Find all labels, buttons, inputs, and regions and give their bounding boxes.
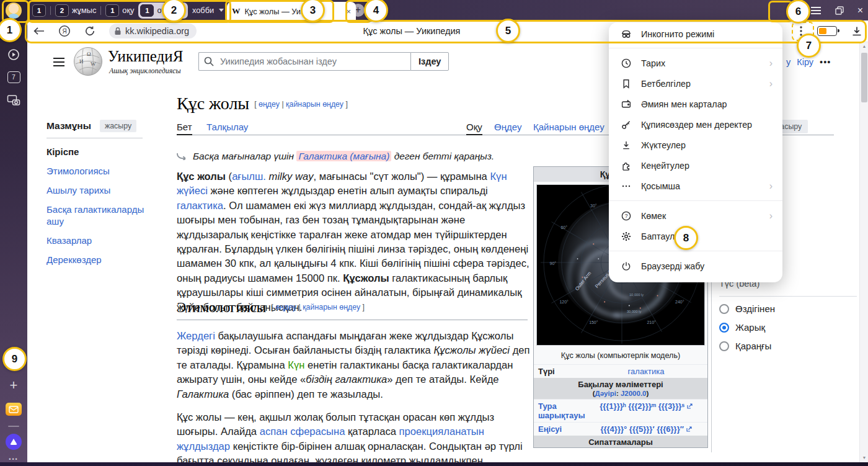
menu-item-wallet[interactable]: Әмиян мен карталар: [609, 94, 782, 114]
ellipsis-icon: [621, 181, 632, 192]
menu-item-close-browser[interactable]: Браузерді жабу: [609, 256, 782, 276]
title-edit-links[interactable]: [ өңдеу | қайнарын өңдеу ]: [254, 100, 348, 109]
menu-item-more[interactable]: Қосымша›: [609, 176, 782, 196]
image-caption: Құс жолы (компьютерлік модель): [534, 348, 707, 364]
tab-group-1[interactable]: 1: [32, 4, 46, 17]
play-media-icon[interactable]: [0, 48, 27, 61]
ra-label[interactable]: Тура шарықтауы: [534, 400, 585, 422]
menu-item-bookmarks[interactable]: Бетбелгілер›: [609, 73, 782, 94]
chevron-right-icon: ›: [769, 58, 773, 68]
user-more-icon[interactable]: •••: [820, 57, 831, 67]
scroll-up-icon[interactable]: ▲: [860, 44, 868, 48]
menu-item-passwords[interactable]: Құпиясөздер мен деректер: [609, 114, 782, 135]
toc-item-intro[interactable]: Кіріспе: [46, 146, 151, 158]
tab-read[interactable]: Оқу: [466, 122, 482, 135]
yandex-services-icon[interactable]: Я: [58, 25, 71, 37]
url-text: kk.wikipedia.org: [125, 26, 189, 36]
tab-group-work[interactable]: 2 жұмыс: [55, 4, 96, 17]
infobox-type-value[interactable]: галактика: [628, 367, 665, 376]
radio-icon[interactable]: [719, 341, 729, 351]
tab-group-study[interactable]: 1 оқу: [105, 4, 134, 17]
left-sidebar: 7 + •••: [0, 0, 27, 466]
menu-item-downloads[interactable]: Жүктеулер: [609, 135, 782, 155]
restore-window-icon[interactable]: [835, 6, 844, 15]
radio-icon[interactable]: [719, 304, 729, 314]
search-button[interactable]: Іздеу: [410, 52, 449, 71]
redirect-arrow-icon: [177, 153, 188, 160]
battery-saver-icon[interactable]: [817, 26, 837, 36]
login-link[interactable]: Кіру: [797, 57, 813, 67]
section-edit-links[interactable]: [ өңдеу | қайнарын өңдеу ]: [271, 303, 365, 311]
profile-avatar[interactable]: [6, 2, 22, 19]
back-icon[interactable]: [33, 27, 45, 35]
yandex-mail-icon[interactable]: [6, 403, 22, 416]
svg-text:И: И: [79, 58, 84, 65]
sidebar-more-icon[interactable]: •••: [0, 456, 27, 462]
external-link-icon: [687, 403, 693, 409]
chevron-right-icon: ›: [769, 79, 773, 89]
reload-icon[interactable]: [84, 25, 95, 37]
menu-item-incognito[interactable]: Инкогнито режимі: [609, 25, 782, 43]
page-scrollbar[interactable]: ▲ ▼: [859, 42, 868, 466]
infobox-type-label: Түрі: [534, 365, 585, 378]
svg-text:30°: 30°: [590, 204, 597, 208]
tab-counter-icon[interactable]: 7: [0, 71, 27, 83]
incognito-icon: [621, 29, 632, 40]
wikipedia-logo[interactable]: Ω И W: [73, 47, 103, 76]
radio-checked-icon[interactable]: [719, 323, 729, 333]
tab-edit-source[interactable]: Қайнарын өңдеу: [533, 122, 604, 134]
toc-hide-button[interactable]: жасыру: [100, 120, 136, 132]
tab-title: Құс жолы — Уик: [245, 7, 304, 16]
tab-page[interactable]: Бет: [177, 122, 192, 135]
menu-item-extensions[interactable]: Кеңейтулер: [609, 155, 782, 176]
svg-text:30,000 ly: 30,000 ly: [627, 310, 641, 313]
dec-label[interactable]: Еңісуі: [534, 423, 585, 436]
svg-text:10,000 ly: 10,000 ly: [629, 293, 644, 297]
wikipedia-wordmark: УикипедиЯ: [108, 48, 183, 65]
search-icon: [204, 56, 214, 66]
toc-item-etymology[interactable]: Этимологиясы: [46, 165, 151, 177]
chevron-right-icon: ›: [769, 211, 773, 221]
toc-item-quasars[interactable]: Квазарлар: [46, 235, 151, 246]
observation-header: Бақылау мәліметтері: [534, 378, 707, 390]
screenshot-icon[interactable]: [0, 94, 27, 106]
tab-close-icon[interactable]: ×: [346, 7, 351, 16]
menu-item-help[interactable]: ? Көмек›: [609, 205, 782, 226]
window-bottom-edge: [0, 462, 868, 466]
active-tab[interactable]: W Құс жолы — Уик ×: [227, 2, 356, 20]
add-panel-icon[interactable]: +: [0, 377, 27, 393]
etymology-heading: Этимологиясы[ өңдеу | қайнарын өңдеу ]: [177, 300, 528, 320]
callout-9: 9: [2, 347, 27, 371]
scroll-down-icon[interactable]: ▼: [860, 455, 868, 460]
table-of-contents: Мазмұны жасыру Кіріспе Этимологиясы Ашыл…: [46, 120, 151, 273]
wikipedia-favicon: W: [232, 6, 241, 16]
external-link-icon: [686, 426, 692, 432]
browser-menu-icon[interactable]: [810, 6, 822, 15]
toc-title: Мазмұны: [46, 120, 91, 132]
close-window-icon[interactable]: ×: [857, 6, 863, 16]
dec-value: {{{4}}}° {{{5}}}′ {{{6}}}″: [600, 424, 684, 434]
url-field[interactable]: kk.wikipedia.org: [109, 24, 197, 38]
downloads-icon[interactable]: [852, 26, 862, 37]
key-icon: [621, 119, 632, 130]
radio-dark[interactable]: Қараңғы: [719, 341, 771, 351]
callout-7: 7: [797, 34, 821, 58]
toc-item-other-galaxies[interactable]: Басқа галактикаларды ашу: [46, 204, 151, 227]
tab-talk[interactable]: Талқылау: [206, 122, 248, 134]
browser-window: 7 + ••• 1 2 жұмыс: [0, 0, 868, 466]
tab-groups: 1 2 жұмыс 1 оқу 1 отбасы хобби: [32, 0, 224, 20]
wiki-menu-icon[interactable]: [53, 55, 64, 69]
alice-assistant-icon[interactable]: [6, 434, 22, 450]
search-input[interactable]: [198, 52, 410, 71]
tab-edit[interactable]: Өңдеу: [494, 122, 521, 134]
tab-group-hobby[interactable]: хобби: [192, 6, 224, 15]
toc-item-discovery[interactable]: Ашылу тарихы: [46, 184, 151, 196]
ra-value: {{{1}}}ʰ {{{2}}}ᵐ {{{3}}}ˢ: [600, 401, 684, 411]
radio-light[interactable]: Жарық: [719, 322, 765, 333]
wikipedia-tagline: Ашық энциклопедиясы: [109, 66, 181, 76]
toc-item-sources[interactable]: Дереккөздер: [46, 254, 151, 266]
tab-bar: 1 2 жұмыс 1 оқу 1 отбасы хобби W Құ: [27, 0, 868, 20]
scrollbar-thumb[interactable]: [861, 53, 867, 102]
radio-auto[interactable]: Өздігінен: [719, 303, 775, 314]
menu-item-history[interactable]: Тарих›: [609, 53, 782, 73]
